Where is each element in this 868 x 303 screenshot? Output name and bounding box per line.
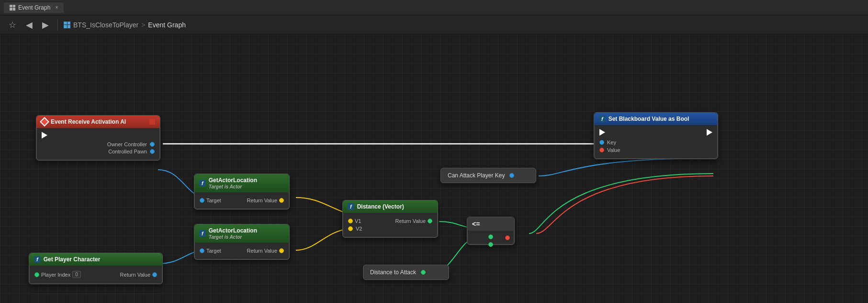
can-attack-label: Can Attack Player Key [448,172,505,179]
event-receive-header: Event Receive Activation AI [36,116,160,128]
player-index-value[interactable]: 0 [72,271,81,278]
exec-out-pin[interactable] [42,132,47,139]
func-f-icon: f [34,256,41,263]
actor-loc1-pins: Target Return Value [200,198,284,203]
can-attack-inner: Can Attack Player Key [440,168,536,183]
distance-to-attack-node[interactable]: Distance to Attack [363,265,449,280]
get-player-header: f Get Player Character [29,253,162,266]
value-row: Value [599,147,712,153]
func-f-icon-3: f [348,203,354,210]
get-actor-loc2-body: Target Return Value [194,243,289,259]
graph-canvas[interactable]: Event Receive Activation AI Owner Contro… [0,35,868,303]
get-player-character-node[interactable]: f Get Player Character Player Index 0 Re… [29,253,163,284]
event-diamond-icon [40,117,49,127]
distance-to-attack-pin[interactable] [421,270,426,275]
target-label-1: Target [206,198,221,203]
get-player-body: Player Index 0 Return Value [29,266,162,284]
key-pin[interactable] [599,140,604,145]
distance-return-pin[interactable] [428,219,432,223]
get-actor-loc2-subtitle: Target is Actor [209,234,257,240]
compare-header: <= [467,217,514,231]
tab-label: Event Graph [18,4,50,11]
set-blackboard-node[interactable]: f Set Blackboard Value as Bool Key Value [594,112,718,159]
event-receive-title: Event Receive Activation AI [51,118,126,125]
title-bar: Event Graph × [0,0,868,15]
v2-label: V2 [356,226,362,232]
get-actor-loc2-header: f GetActorLocation Target is Actor [194,224,289,243]
get-actor-loc2-title: GetActorLocation [209,227,257,234]
exec-in-pin-bb[interactable] [599,129,605,136]
return-pin-1[interactable] [279,198,284,203]
compare-in-top[interactable] [488,234,493,239]
func-f-icon-2: f [199,230,206,237]
controlled-pawn-row: Controlled Pawn [42,149,155,154]
player-index-pin[interactable] [34,272,39,277]
controlled-pawn-pin[interactable] [150,149,155,154]
compare-in-bot[interactable] [488,242,493,247]
breadcrumb: BTS_IsCloseToPlayer > Event Graph [64,21,186,29]
v1-pin[interactable] [348,219,353,223]
v2-row: V2 [348,226,432,232]
event-graph-tab[interactable]: Event Graph × [4,2,64,13]
return-pin-2[interactable] [279,248,284,253]
tab-close-icon[interactable]: × [55,5,58,10]
value-label: Value [607,147,620,153]
distance-to-attack-inner: Distance to Attack [363,265,449,280]
v2-pin[interactable] [348,226,353,231]
toolbar: ☆ ◀ ▶ BTS_IsCloseToPlayer > Event Graph [0,15,868,35]
get-actor-loc1-title: GetActorLocation [209,177,257,184]
owner-controller-row: Owner Controller [42,141,155,147]
distance-vector-node[interactable]: f Distance (Vector) V1 Return Value [342,200,438,238]
distance-to-attack-label: Distance to Attack [370,269,416,276]
breadcrumb-project[interactable]: BTS_IsCloseToPlayer [73,21,138,29]
distance-vector-title: Distance (Vector) [357,203,404,210]
breadcrumb-sep: > [141,21,145,29]
owner-controller-pin[interactable] [150,142,155,147]
can-attack-pin[interactable] [509,173,514,178]
event-close-icon[interactable] [149,119,155,125]
set-blackboard-title: Set Blackboard Value as Bool [609,116,689,122]
event-receive-body: Owner Controller Controlled Pawn [36,128,160,160]
return-label-1: Return Value [247,198,277,203]
controlled-pawn-label: Controlled Pawn [108,149,147,154]
func-f-icon-bb: f [599,116,606,122]
target-label-2: Target [206,248,221,254]
set-blackboard-body: Key Value [594,125,718,159]
v1-row: V1 Return Value [348,218,432,224]
return-value-label: Return Value [120,272,150,278]
tab-grid-icon [10,5,15,11]
forward-button[interactable]: ▶ [39,18,52,32]
get-player-title: Get Player Character [44,256,101,263]
compare-node[interactable]: <= [467,217,515,245]
player-index-row: Player Index 0 Return Value [34,271,157,278]
set-blackboard-header: f Set Blackboard Value as Bool [594,113,718,125]
target-pin-1[interactable] [200,198,204,203]
v1-label: V1 [355,218,361,224]
breadcrumb-graph: Event Graph [148,21,186,29]
distance-vector-header: f Distance (Vector) [343,200,438,213]
distance-return-label: Return Value [395,218,426,224]
compare-operator: <= [472,220,480,228]
get-actor-loc1-body: Target Return Value [194,192,289,209]
toolbar-separator [57,19,58,31]
compare-out-red[interactable] [505,235,510,240]
distance-vector-body: V1 Return Value V2 [343,213,438,237]
return-value-pin[interactable] [152,272,157,277]
owner-controller-label: Owner Controller [107,141,147,147]
target-pin-2[interactable] [200,248,204,253]
get-actor-loc1-subtitle: Target is Actor [209,184,257,189]
exec-out-pin-bb[interactable] [707,129,712,136]
can-attack-player-key-node[interactable]: Can Attack Player Key [440,168,536,183]
get-actor-location-1-node[interactable]: f GetActorLocation Target is Actor Targe… [194,174,290,210]
exec-out-row [42,132,155,139]
star-button[interactable]: ☆ [6,18,19,32]
key-label: Key [607,140,616,145]
event-receive-node[interactable]: Event Receive Activation AI Owner Contro… [36,115,160,161]
player-index-label: Player Index [41,272,70,278]
get-actor-loc1-header: f GetActorLocation Target is Actor [194,174,289,192]
back-button[interactable]: ◀ [23,18,35,32]
value-pin[interactable] [599,148,604,152]
get-actor-location-2-node[interactable]: f GetActorLocation Target is Actor Targe… [194,224,290,260]
key-row: Key [599,140,712,145]
compare-body [467,231,514,245]
